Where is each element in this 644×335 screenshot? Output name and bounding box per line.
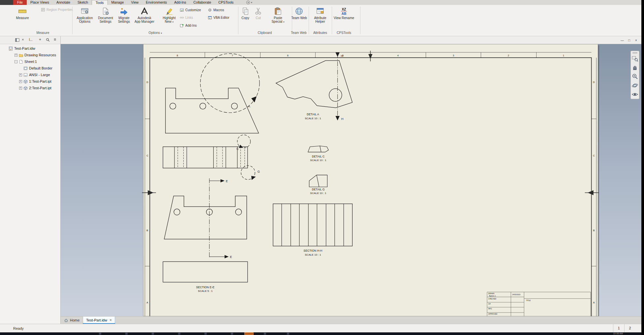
tree-item-ansi-large[interactable]: + ANSI - Large (0, 71, 60, 78)
tree-item-document[interactable]: Test-Part.idw (0, 45, 60, 52)
taskbar-icon[interactable] (178, 333, 180, 335)
titleblock-approved-label: APPROVED (488, 313, 498, 315)
browser-pane-filter[interactable]: l... (29, 38, 33, 42)
document-settings-button[interactable]: Document Settings (96, 6, 115, 31)
attribute-helper-button[interactable]: Attribute Helper (310, 6, 330, 31)
menu-collaborate[interactable]: Collaborate (190, 0, 215, 5)
options-group-label[interactable]: Options ▾ (122, 31, 188, 35)
customize-icon (180, 8, 184, 12)
vba-editor-icon (208, 15, 212, 20)
taskbar-icon[interactable] (99, 333, 101, 335)
expander-icon[interactable]: + (19, 87, 22, 90)
application-options-button[interactable]: Application Options (75, 6, 95, 31)
cut-button: Cut (250, 6, 266, 31)
tree-item-drawing-resources[interactable]: + Drawing Resources (0, 52, 60, 58)
sheet[interactable] (143, 44, 599, 316)
expander-icon[interactable]: + (19, 80, 22, 83)
titleblock-date: 14/03/2023 (512, 293, 520, 295)
menu-file[interactable]: File (13, 0, 27, 5)
ribbon-display-caret-icon[interactable]: ▾ (251, 0, 252, 5)
doc-close-button[interactable]: × (633, 39, 639, 42)
taskbar-icon[interactable] (204, 333, 207, 335)
highlight-new-button[interactable]: Highlight New ▾ (159, 6, 179, 31)
view-rename-button[interactable]: XZAB View Rename (333, 6, 354, 31)
pan-hand-icon[interactable] (631, 64, 638, 71)
svg-text:SCALE 10 : 1: SCALE 10 : 1 (310, 192, 326, 195)
status-field-1[interactable]: 1 (613, 324, 624, 332)
taskbar-icon[interactable] (264, 333, 266, 335)
group-separator (72, 7, 73, 34)
menu-environments[interactable]: Environments (142, 0, 170, 5)
doc-restore-button[interactable]: □ (627, 39, 632, 42)
menu-hamburger-icon[interactable]: ≡ (54, 37, 56, 42)
tree-item-default-border[interactable]: Default Border (0, 65, 60, 71)
ribbon-display-options-icon[interactable]: ▾ (246, 1, 250, 4)
measure-button[interactable]: Measure (13, 6, 32, 31)
autodesk-app-manager-button[interactable]: Autodesk App Manager (132, 6, 157, 31)
taskbar-icon[interactable] (231, 333, 233, 335)
svg-text:3: 3 (453, 54, 454, 57)
vba-editor-button[interactable]: VBA Editor (208, 15, 229, 20)
svg-text:8: 8 (177, 54, 178, 57)
svg-text:SCALE 10 : 1: SCALE 10 : 1 (305, 253, 321, 256)
menu-place-views[interactable]: Place Views (27, 0, 53, 5)
svg-text:SCALE 5 : 1: SCALE 5 : 1 (198, 290, 213, 293)
customize-button[interactable]: Customize (180, 7, 201, 13)
measure-icon (18, 7, 27, 15)
tab-test-part-idw[interactable]: Test-Part.idw × (83, 317, 115, 324)
close-panel-icon[interactable]: × (22, 38, 24, 42)
highlight-new-caret-icon[interactable]: ▾ (172, 21, 174, 23)
expander-icon[interactable]: + (15, 54, 17, 57)
add-ins-button[interactable]: Add-Ins (180, 23, 197, 28)
zoom-all-icon[interactable] (631, 55, 638, 62)
home-icon (64, 318, 68, 322)
navigation-bar (630, 51, 639, 99)
taskbar-icon[interactable] (152, 333, 154, 335)
menu-sketch[interactable]: Sketch (74, 0, 92, 5)
menu-manage[interactable]: Manage (108, 0, 128, 5)
menu-add-ins[interactable]: Add-Ins (170, 0, 190, 5)
status-field-2[interactable]: 2 (624, 324, 635, 332)
drawing-sheet-svg[interactable]: 8 7 6 5 4 3 2 1 D C B A D C B A (61, 44, 641, 316)
svg-text:C: C (593, 154, 595, 157)
expander-icon[interactable]: - (15, 60, 17, 63)
tab-home[interactable]: Home (61, 317, 83, 324)
team-web-button[interactable]: Team Web (290, 6, 309, 31)
tree-item-sheet1[interactable]: - Sheet:1 (0, 58, 60, 65)
taskbar-icon-active[interactable] (245, 333, 253, 335)
tree-item-view2[interactable]: + 2:Test-Part.ipt (0, 85, 60, 91)
migrate-settings-button[interactable]: Migrate Settings (114, 6, 134, 31)
expander-icon[interactable]: + (19, 73, 22, 76)
menu-cpstools[interactable]: CPSTools (215, 0, 237, 5)
menu-tools[interactable]: Tools (92, 0, 108, 5)
tree-item-label: Drawing Resources (24, 53, 56, 57)
links-button: Links (180, 15, 193, 20)
section-marker-e-top: E (226, 180, 228, 183)
measure-group-label: Measure (10, 31, 76, 35)
tree-item-view1[interactable]: + 1:Test-Part.ipt (0, 78, 60, 85)
region-properties-icon (41, 8, 45, 12)
zoom-icon[interactable] (631, 73, 638, 80)
look-at-icon[interactable] (631, 91, 638, 98)
doc-minimize-button[interactable]: — (620, 39, 625, 42)
menu-annotate[interactable]: Annotate (53, 0, 74, 5)
add-pane-icon[interactable]: + (39, 37, 41, 42)
taskbar-icon[interactable] (287, 333, 289, 335)
drawing-canvas[interactable]: 8 7 6 5 4 3 2 1 D C B A D C B A (61, 44, 641, 316)
navbar-grip[interactable] (632, 52, 637, 53)
menu-view[interactable]: View (128, 0, 142, 5)
options-group-caret-icon[interactable]: ▾ (161, 32, 162, 34)
cpstools-group-label: CPSTools (327, 31, 360, 35)
tab-close-icon[interactable]: × (109, 318, 112, 322)
macros-button[interactable]: Macros (208, 7, 224, 13)
svg-text:DETAIL A: DETAIL A (307, 113, 319, 116)
paste-special-caret-icon[interactable]: ▾ (283, 21, 285, 23)
paste-special-button[interactable]: Paste Special ▾ (268, 6, 288, 31)
cut-icon (254, 7, 262, 15)
taskbar-icon[interactable] (125, 333, 128, 335)
group-separator (309, 7, 309, 34)
panel-dock-icon[interactable] (15, 38, 19, 42)
search-icon[interactable] (46, 38, 50, 42)
orbit-icon[interactable] (631, 82, 638, 89)
document-tab-bar: Home Test-Part.idw × (61, 316, 641, 324)
